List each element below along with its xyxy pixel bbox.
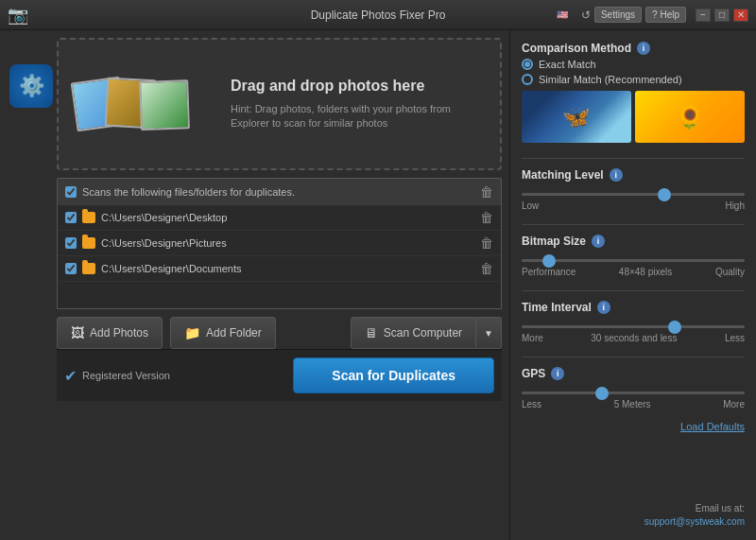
close-button[interactable]: ✕: [733, 9, 748, 22]
email-address[interactable]: support@systweak.com: [644, 516, 745, 527]
scan-computer-icon: 🖥: [365, 325, 378, 340]
registered-label: Registered Version: [82, 370, 170, 381]
matching-level-title: Matching Level i: [522, 168, 745, 182]
settings-button[interactable]: Settings: [594, 7, 642, 23]
comparison-method-section: Comparison Method i Exact Match Similar …: [522, 42, 745, 148]
bottom-buttons: 🖼 Add Photos 📁 Add Folder 🖥 Scan Compute…: [57, 317, 502, 349]
gps-title: GPS i: [522, 367, 745, 380]
photo-previews: [522, 91, 745, 143]
time-interval-more: More: [522, 333, 543, 343]
file-list: C:\Users\Designer\Desktop 🗑 C:\Users\Des…: [57, 205, 502, 309]
email-label: Email us at:: [696, 503, 745, 514]
drop-zone-hint: Hint: Drag photos, folders with your pho…: [231, 102, 485, 131]
item-checkbox-1[interactable]: [65, 237, 77, 249]
reload-icon[interactable]: ↺: [581, 9, 591, 22]
time-interval-slider[interactable]: [522, 325, 745, 328]
photo-thumb-3: [139, 79, 190, 131]
item-checkbox-2[interactable]: [65, 263, 77, 274]
time-interval-title: Time Interval i: [522, 301, 745, 314]
similar-match-option[interactable]: Similar Match (Recommended): [522, 74, 745, 85]
load-defaults-link[interactable]: Load Defaults: [522, 421, 745, 432]
scan-computer-dropdown[interactable]: ▼: [476, 317, 502, 349]
preview-butterfly: [522, 91, 631, 143]
matching-level-info-icon[interactable]: i: [610, 168, 623, 182]
maximize-button[interactable]: □: [714, 9, 730, 22]
scan-bar: ✔ Registered Version Scan for Duplicates: [57, 349, 502, 401]
title-bar-controls: 🇺🇸 ↺ Settings ? Help − □ ✕: [557, 7, 748, 23]
time-interval-less: Less: [725, 333, 745, 343]
header-delete-icon[interactable]: 🗑: [480, 184, 493, 200]
exact-match-option[interactable]: Exact Match: [522, 59, 745, 70]
gps-val: 5 Meters: [614, 399, 651, 409]
scan-computer-wrapper: 🖥 Scan Computer ▼: [351, 317, 502, 349]
scan-computer-button[interactable]: 🖥 Scan Computer: [351, 317, 476, 349]
add-photos-icon: 🖼: [71, 325, 84, 340]
drop-zone-title: Drag and drop photos here: [231, 78, 485, 95]
similar-match-radio[interactable]: [522, 74, 533, 85]
file-path-1: C:\Users\Designer\Pictures: [101, 237, 227, 249]
scan-duplicates-button[interactable]: Scan for Duplicates: [293, 357, 494, 393]
photo-stack: [74, 79, 221, 129]
gps-more: More: [723, 399, 745, 409]
matching-level-section: Matching Level i Low High: [522, 168, 745, 211]
bitmap-size-labels: Performance 48×48 pixels Quality: [522, 267, 745, 277]
list-item: C:\Users\Designer\Desktop 🗑: [58, 205, 501, 231]
registered-icon: ✔: [64, 367, 77, 385]
folder-icon: [82, 212, 95, 223]
preview-sunflower: [635, 91, 745, 143]
matching-level-low: Low: [522, 200, 539, 211]
folder-icon: [82, 263, 95, 274]
main-container: Drag and drop photos here Hint: Drag pho…: [0, 30, 756, 540]
bitmap-size-section: Bitmap Size i Performance 48×48 pixels Q…: [522, 235, 745, 277]
scan-computer-label: Scan Computer: [384, 326, 462, 340]
bitmap-size-val: 48×48 pixels: [619, 267, 672, 277]
time-interval-info-icon[interactable]: i: [597, 301, 610, 314]
comparison-method-title: Comparison Method i: [522, 42, 745, 55]
right-panel: Comparison Method i Exact Match Similar …: [510, 30, 756, 540]
chevron-down-icon: ▼: [484, 328, 493, 339]
time-interval-val: 30 seconds and less: [591, 333, 677, 343]
radio-group: Exact Match Similar Match (Recommended): [522, 59, 745, 85]
add-photos-button[interactable]: 🖼 Add Photos: [57, 317, 163, 349]
delete-item-1[interactable]: 🗑: [480, 235, 493, 251]
file-path-0: C:\Users\Designer\Desktop: [101, 212, 227, 223]
matching-level-slider[interactable]: [522, 193, 745, 196]
time-interval-labels: More 30 seconds and less Less: [522, 333, 745, 343]
bitmap-size-perf: Performance: [522, 267, 576, 277]
matching-level-labels: Low High: [522, 200, 745, 211]
minimize-button[interactable]: −: [696, 9, 711, 22]
exact-match-label: Exact Match: [539, 59, 596, 70]
registered-badge: ✔ Registered Version: [64, 367, 170, 385]
gps-labels: Less 5 Meters More: [522, 399, 745, 409]
exact-match-radio[interactable]: [522, 59, 533, 70]
email-section: Email us at: support@systweak.com: [522, 502, 745, 529]
window-title: Duplicate Photos Fixer Pro: [311, 9, 446, 22]
gps-less: Less: [522, 399, 541, 409]
file-list-header-text: Scans the following files/folders for du…: [82, 186, 295, 198]
drop-zone[interactable]: Drag and drop photos here Hint: Drag pho…: [57, 38, 502, 170]
drop-zone-text: Drag and drop photos here Hint: Drag pho…: [231, 78, 485, 131]
bitmap-size-info-icon[interactable]: i: [592, 235, 605, 248]
help-button[interactable]: ? Help: [645, 7, 686, 23]
item-checkbox-0[interactable]: [65, 212, 77, 223]
title-bar: 📷 Duplicate Photos Fixer Pro 🇺🇸 ↺ Settin…: [0, 0, 756, 30]
list-item: C:\Users\Designer\Pictures 🗑: [58, 231, 501, 256]
header-checkbox[interactable]: [65, 186, 77, 198]
gps-slider[interactable]: [522, 392, 745, 394]
time-interval-section: Time Interval i More 30 seconds and less…: [522, 301, 745, 343]
delete-item-0[interactable]: 🗑: [480, 210, 493, 225]
bitmap-size-quality: Quality: [715, 267, 745, 277]
bitmap-size-title: Bitmap Size i: [522, 235, 745, 248]
add-folder-button[interactable]: 📁 Add Folder: [170, 317, 276, 349]
app-logo: ⚙️: [9, 64, 53, 108]
left-panel: Drag and drop photos here Hint: Drag pho…: [0, 30, 510, 540]
file-path-2: C:\Users\Designer\Documents: [101, 263, 242, 274]
gps-info-icon[interactable]: i: [551, 367, 564, 380]
delete-item-2[interactable]: 🗑: [480, 261, 493, 276]
comparison-info-icon[interactable]: i: [637, 42, 650, 55]
title-bar-left: 📷: [8, 5, 28, 26]
divider-3: [522, 290, 745, 291]
divider-4: [522, 357, 745, 357]
bitmap-size-slider[interactable]: [522, 259, 745, 262]
add-folder-label: Add Folder: [206, 326, 262, 340]
